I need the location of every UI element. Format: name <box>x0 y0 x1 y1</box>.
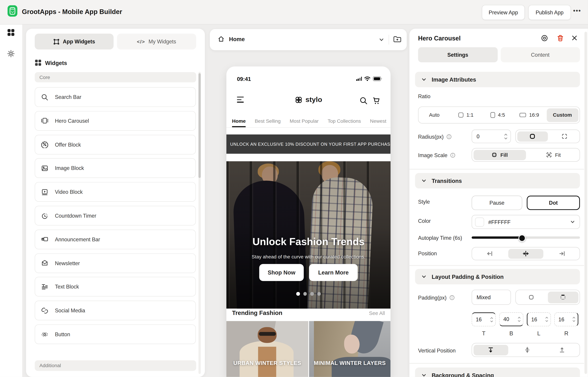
divider <box>410 265 584 266</box>
stepper-icon[interactable] <box>518 316 521 322</box>
widget-item-newsletter[interactable]: Newsletter <box>34 253 196 273</box>
overflow-menu-button[interactable]: ••• <box>573 8 581 14</box>
padding-per-side-button[interactable] <box>548 291 578 303</box>
radius-corners-button[interactable] <box>549 130 579 143</box>
widget-item-image-block[interactable]: Image Block <box>34 158 196 178</box>
learn-more-button[interactable]: Learn More <box>309 264 358 281</box>
position-left-button[interactable] <box>472 247 507 260</box>
ratio-auto[interactable]: Auto <box>418 107 450 123</box>
info-icon[interactable] <box>449 295 455 300</box>
settings-gear-icon[interactable] <box>7 50 15 57</box>
padding-top-input[interactable]: 16 <box>472 312 496 326</box>
store-tab-best-selling[interactable]: Best Selling <box>255 115 281 127</box>
product-card-minimal[interactable]: MINIMAL WINTER LAYERS <box>309 321 391 377</box>
widget-item-countdown-timer[interactable]: Countdown Timer <box>34 206 196 225</box>
ratio-label: Ratio <box>418 93 430 99</box>
widget-list-scrollbar[interactable] <box>198 73 201 178</box>
stylo-logo-text: stylo <box>305 95 322 104</box>
section-label: Transitions <box>432 177 462 184</box>
tab-settings[interactable]: Settings <box>418 47 498 62</box>
position-center-button[interactable] <box>508 249 543 259</box>
padding-all-sides-button[interactable] <box>516 290 546 304</box>
stepper-icon[interactable] <box>490 317 493 322</box>
radius-input[interactable]: 0 <box>472 130 511 143</box>
scale-fill-button[interactable]: Fill <box>473 150 526 160</box>
tab-app-widgets[interactable]: App Widgets <box>34 34 114 49</box>
color-select[interactable]: #FFFFFF <box>472 215 580 229</box>
vertical-bottom-button[interactable] <box>545 343 579 356</box>
page-selector[interactable]: Home <box>218 35 245 42</box>
stepper-icon[interactable] <box>572 317 575 322</box>
carousel-dot-1[interactable] <box>296 292 300 295</box>
store-tab-home[interactable]: Home <box>232 115 246 127</box>
publish-app-button[interactable]: Publish App <box>528 5 571 20</box>
stepper-icon[interactable] <box>545 317 548 322</box>
product-label: MINIMAL WINTER LAYERS <box>309 360 391 366</box>
carousel-dot-4[interactable] <box>317 292 321 295</box>
padding-mode-select[interactable]: Mixed <box>472 290 511 305</box>
info-icon[interactable] <box>450 153 455 158</box>
style-pause-button[interactable]: Pause <box>472 196 522 210</box>
close-icon[interactable] <box>571 35 578 41</box>
carousel-dot-2[interactable] <box>303 292 307 295</box>
announcement-icon <box>41 236 48 243</box>
widget-item-video-block[interactable]: Video Block <box>34 182 196 202</box>
carousel-dot-3[interactable] <box>310 292 314 295</box>
wide-ratio-icon <box>520 113 526 117</box>
store-search-icon[interactable] <box>360 97 368 105</box>
product-card-urban[interactable]: URBAN WINTER STYLES <box>226 321 308 377</box>
shop-now-button[interactable]: Shop Now <box>259 264 304 281</box>
vertical-center-button[interactable] <box>510 343 544 356</box>
tab-my-widgets[interactable]: </> My Widgets <box>117 34 196 49</box>
add-page-folder-button[interactable] <box>393 35 402 44</box>
cart-icon[interactable] <box>372 96 381 105</box>
widget-item-button[interactable]: Button <box>34 324 196 344</box>
store-tab-most-popular[interactable]: Most Popular <box>290 115 319 127</box>
widget-item-social-media[interactable]: Social Media <box>34 301 196 320</box>
tab-content[interactable]: Content <box>500 47 580 62</box>
portrait-ratio-icon <box>490 112 495 118</box>
section-background-spacing[interactable]: Background & Spacing <box>415 367 580 377</box>
store-tab-top-collections[interactable]: Top Collections <box>328 115 361 127</box>
product-label: URBAN WINTER STYLES <box>226 360 308 366</box>
phone-preview: 09:41 stylo Home Best Selling Most Popul… <box>226 67 391 377</box>
style-dot-button[interactable]: Dot <box>527 196 580 210</box>
padding-bottom-input[interactable]: 40 <box>499 312 523 326</box>
widgets-rail-icon[interactable] <box>8 29 14 36</box>
scale-fit-button[interactable]: Fit <box>527 149 579 161</box>
inspector-scrollbar[interactable] <box>585 32 587 374</box>
stepper-icon[interactable] <box>504 133 508 140</box>
store-tab-newest[interactable]: Newest <box>370 115 386 127</box>
see-all-link[interactable]: See All <box>369 310 385 316</box>
position-right-button[interactable] <box>545 247 579 260</box>
autoplay-slider-handle[interactable] <box>518 235 526 242</box>
section-image-attributes[interactable]: Image Attributes <box>415 72 580 87</box>
preview-app-button[interactable]: Preview App <box>482 5 525 20</box>
section-layout-padding[interactable]: Layout Padding & Position <box>415 269 580 284</box>
ratio-custom[interactable]: Custom <box>546 108 578 122</box>
ratio-4-5[interactable]: 4:5 <box>482 107 514 123</box>
visibility-icon[interactable] <box>541 35 548 41</box>
offer-badge-icon <box>41 141 48 148</box>
widget-item-search-bar[interactable]: Search Bar <box>34 87 196 107</box>
section-label: Image Attributes <box>432 76 476 83</box>
widget-item-offer-block[interactable]: Offer Block <box>34 135 196 154</box>
chevron-down-icon <box>570 219 575 224</box>
section-transitions[interactable]: Transitions <box>415 173 580 188</box>
ratio-16-9[interactable]: 16:9 <box>514 107 545 123</box>
widget-item-text-block[interactable]: Text Block <box>34 277 196 297</box>
radius-uniform-button[interactable] <box>517 131 548 141</box>
widget-item-announcement-bar[interactable]: Announcement Bar <box>34 230 196 249</box>
ratio-1-1[interactable]: 1:1 <box>450 107 482 123</box>
chevron-down-icon[interactable] <box>379 37 384 42</box>
padding-right-input[interactable]: 16 <box>554 312 578 326</box>
widget-item-hero-carousel[interactable]: Hero Carousel <box>34 111 196 131</box>
delete-widget-icon[interactable] <box>557 35 564 41</box>
vertical-position-toggle <box>472 343 580 357</box>
style-label: Style <box>418 199 430 204</box>
vertical-top-button[interactable] <box>473 345 508 355</box>
padding-left-input[interactable]: 16 <box>527 312 551 326</box>
signal-icon <box>356 77 362 81</box>
info-icon[interactable] <box>446 134 452 140</box>
hero-carousel-widget[interactable]: Unlock Fashion Trends Stay ahead of the … <box>226 161 391 308</box>
